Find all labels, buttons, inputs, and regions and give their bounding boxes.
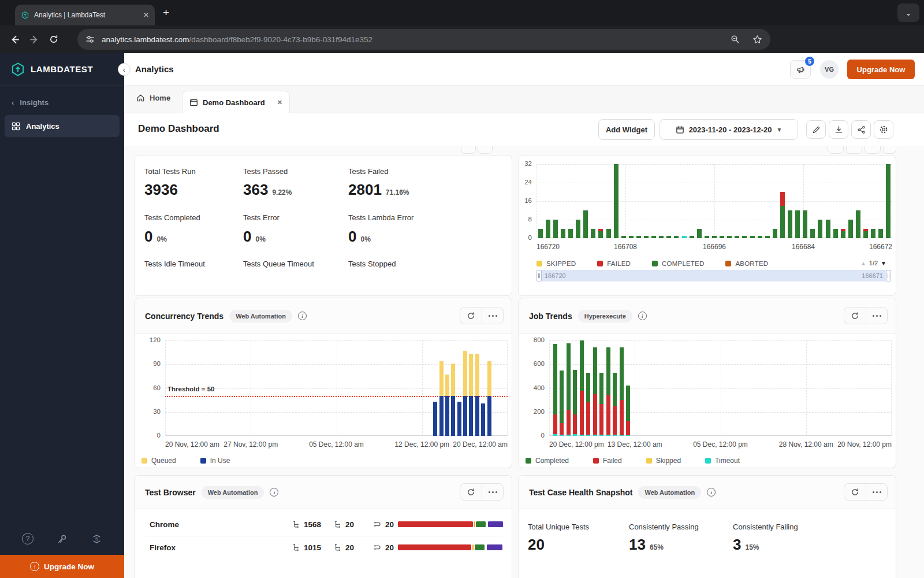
more-options-button[interactable] [482,307,503,324]
url-bar[interactable]: analytics.lambdatest.com/dashboard/f8beb… [77,29,770,50]
legend-item[interactable]: Skipped [646,457,681,465]
legend-item[interactable]: COMPLETED [652,260,704,267]
more-options-button[interactable] [482,484,503,500]
legend-item[interactable]: FAILED [597,260,631,267]
legend-item[interactable]: ABORTED [725,260,768,267]
info-icon[interactable]: i [638,312,647,320]
stack-icon[interactable]: S [91,533,102,544]
browser-metric: 20 [373,543,394,552]
x-tick-label: 27 Nov, 12:00 pm [223,440,278,449]
page-up-icon[interactable]: ▲ [860,260,866,266]
stat-number: 0 [144,228,152,246]
sidebar-item-analytics[interactable]: Analytics [5,115,120,137]
tab-home[interactable]: Home [136,94,170,102]
date-range-picker[interactable]: 2023-11-20 - 2023-12-20 ▼ [660,119,798,140]
legend-label: COMPLETED [662,260,704,267]
refresh-button[interactable] [844,484,866,500]
new-tab-button[interactable]: + [163,7,169,18]
refresh-button[interactable] [460,307,482,324]
chart-legend: QueuedIn Use [141,457,230,465]
refresh-button[interactable] [460,484,482,500]
range-handle-right[interactable] [886,270,891,281]
more-options-button[interactable] [866,484,887,500]
range-slider[interactable]: 166720 166671 [536,270,891,281]
info-icon[interactable]: i [707,488,716,497]
x-tick-label: 12 Dec, 12:00 pm [394,440,449,449]
browser-metric: 20 [334,520,354,529]
page-down-icon[interactable]: ▼ [881,260,886,266]
back-icon[interactable] [5,29,24,49]
sidebar-upgrade-button[interactable]: ↑ Upgrade Now [0,555,124,578]
bar-segment-completed [553,220,558,238]
stat-percent: 0% [255,235,265,243]
upgrade-now-button[interactable]: Upgrade Now [847,60,915,79]
bar-segment-completed [580,340,584,391]
badge-web-automation: Web Automation [638,486,701,499]
legend-label: In Use [210,457,230,465]
add-widget-button[interactable]: Add Widget [598,119,655,140]
bar-segment-completed [871,229,875,238]
site-settings-icon[interactable] [85,35,95,44]
gridline-v [549,340,550,436]
bar-segment-completed [583,210,588,238]
x-tick-label: 05 Dec, 12:00 pm [693,440,748,449]
workspace-tabstrip: Home Demo Dashboard ✕ [124,86,924,113]
edit-dashboard-button[interactable] [806,120,826,139]
x-tick-label: 166672 [869,243,892,251]
legend-label: Timeout [715,457,740,465]
legend-swatch [526,458,531,464]
info-icon[interactable]: i [298,312,307,320]
bar-segment-timeout [553,434,557,436]
chevron-left-icon: ‹ [12,98,14,107]
tab-search-icon[interactable]: ⌄ [897,3,919,22]
dashboard-grid-icon [12,122,20,131]
download-button[interactable] [829,120,848,139]
refresh-button[interactable] [844,307,866,324]
legend-pagination: ▲ 1/2 ▼ [860,260,886,266]
tab-demo-dashboard[interactable]: Demo Dashboard ✕ [182,91,290,113]
more-options-button[interactable] [866,307,887,324]
legend-item[interactable]: In Use [200,457,230,465]
collapse-sidebar-icon[interactable]: ‹ [118,63,131,76]
x-tick-label: 28 Nov, 12:00 am [779,440,833,449]
share-button[interactable] [851,120,871,139]
lambdatest-logo[interactable]: LAMBDATEST [0,53,124,86]
legend-item[interactable]: Completed [526,457,569,465]
x-tick-label: 166720 [536,243,560,251]
find-icon[interactable] [731,35,740,44]
gridline-v [891,340,892,436]
bar-segment-completed [856,210,860,238]
bookmark-star-icon[interactable] [752,35,762,45]
stat-percent: 9.22% [272,188,292,197]
gridline-v [806,340,807,436]
user-avatar[interactable]: VG [820,60,839,79]
bar-segment-completed [697,229,702,238]
sidebar-footer-icons: ? S [0,527,124,550]
settings-button[interactable] [874,120,893,139]
gridline-v [714,164,715,238]
bar-segment-timeout [593,435,597,436]
legend-label: Queued [151,457,176,465]
stat-percent: 71.16% [386,188,409,197]
cut-button-fragment [828,146,844,154]
bar-segment-in-use [433,402,437,436]
range-handle-left[interactable] [536,270,542,281]
info-icon[interactable]: i [270,488,278,497]
reload-icon[interactable] [44,29,64,49]
legend-item[interactable]: SKIPPED [536,260,576,267]
y-tick-label: 200 [519,408,545,415]
legend-item[interactable]: Timeout [705,457,740,465]
tab-close-icon[interactable]: ✕ [277,99,282,106]
legend-item[interactable]: Queued [141,457,176,465]
bar-segment-completed [621,236,626,238]
help-icon[interactable]: ? [22,533,33,544]
key-icon[interactable] [57,533,68,544]
chart-legend: CompletedFailedSkippedTimeout [526,457,740,465]
legend-item[interactable]: Failed [593,457,622,465]
bar-segment-completed [576,220,580,238]
forward-icon[interactable] [24,29,44,49]
tab-close-icon[interactable]: ✕ [143,11,149,19]
browser-tab[interactable]: Analytics | LambdaTest ✕ [15,5,155,25]
bar-segment-completed [644,236,649,238]
sidebar-section-insights[interactable]: ‹ Insights [0,86,124,113]
